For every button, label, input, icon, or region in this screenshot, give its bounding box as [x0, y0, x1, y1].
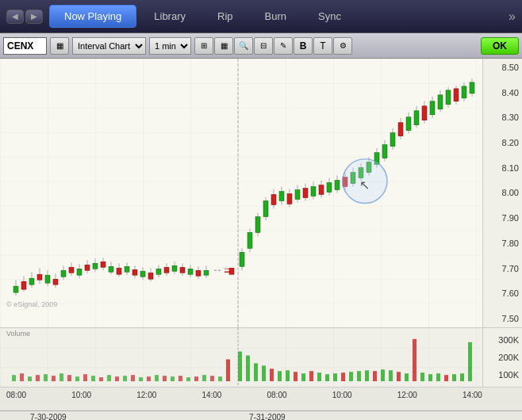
toolbar-btn-4[interactable]: ⊟	[254, 37, 273, 55]
svg-rect-50	[204, 270, 209, 275]
svg-rect-34	[140, 271, 145, 277]
svg-rect-151	[286, 370, 290, 381]
svg-rect-80	[335, 181, 340, 190]
interval-select[interactable]: 1 min	[149, 37, 191, 55]
svg-rect-122	[59, 373, 63, 381]
price-label-790: 7.90	[486, 213, 519, 223]
svg-rect-169	[428, 374, 432, 381]
svg-rect-104	[430, 101, 435, 115]
toolbar-btn-5[interactable]: ✎	[274, 37, 293, 55]
svg-rect-160	[357, 371, 361, 381]
svg-rect-133	[147, 376, 151, 381]
time-label-0800-2: 08:00	[267, 391, 287, 399]
svg-rect-158	[341, 372, 345, 381]
top-nav: ◀ ▶ Now Playing Library Rip Burn Sync »	[0, 0, 522, 33]
svg-rect-12	[53, 279, 58, 284]
tab-library[interactable]: Library	[140, 6, 200, 27]
svg-rect-72	[303, 189, 308, 198]
svg-rect-173	[460, 373, 464, 381]
svg-rect-62	[263, 200, 268, 216]
nav-arrows: ◀ ▶	[6, 10, 43, 24]
svg-rect-20	[85, 265, 90, 270]
toolbar-btn-2[interactable]: ▦	[214, 37, 233, 55]
svg-rect-68	[287, 193, 292, 204]
svg-rect-74	[311, 187, 316, 197]
svg-rect-149	[270, 368, 274, 381]
svg-rect-30	[125, 266, 129, 272]
nav-expand-button[interactable]: »	[509, 10, 516, 24]
svg-rect-140	[202, 375, 206, 381]
svg-rect-36	[148, 273, 153, 279]
svg-rect-54	[229, 268, 234, 274]
chart-type-select[interactable]: Interval Chart	[72, 37, 146, 55]
chart-icon-button[interactable]: ▦	[50, 37, 69, 55]
svg-rect-139	[194, 376, 198, 381]
svg-rect-108	[446, 90, 451, 105]
svg-rect-18	[77, 269, 82, 275]
nav-forward-button[interactable]: ▶	[25, 10, 43, 24]
svg-rect-124	[75, 376, 79, 381]
toolbar-btn-6[interactable]: B	[294, 37, 313, 55]
time-label-1200-2: 12:00	[397, 391, 417, 399]
time-label-1400-1: 14:00	[202, 391, 221, 399]
svg-rect-117	[20, 373, 24, 381]
svg-rect-142	[218, 376, 222, 381]
nav-back-button[interactable]: ◀	[6, 10, 24, 24]
volume-svg	[0, 328, 482, 387]
svg-rect-148	[262, 365, 266, 381]
svg-rect-127	[99, 377, 103, 381]
svg-rect-145	[238, 352, 242, 381]
svg-rect-131	[131, 375, 135, 381]
tab-sync[interactable]: Sync	[304, 6, 355, 27]
svg-rect-96	[398, 123, 403, 136]
svg-rect-114	[470, 82, 474, 94]
svg-rect-120	[44, 374, 48, 381]
svg-rect-60	[255, 216, 260, 232]
text-icon: T	[320, 40, 325, 52]
date-axis: 7-30-2009 7-31-2009	[0, 411, 522, 420]
toolbar-btn-3[interactable]: 🔍	[234, 37, 253, 55]
time-label-0800-1: 08:00	[6, 391, 26, 399]
search-icon: 🔍	[239, 41, 248, 50]
tab-now-playing[interactable]: Now Playing	[49, 5, 136, 28]
svg-rect-92	[382, 145, 387, 158]
svg-rect-143	[226, 359, 230, 381]
volume-label-300k: 300K	[486, 335, 519, 345]
bold-icon: B	[300, 40, 307, 52]
price-label-780: 7.80	[486, 239, 519, 248]
time-axis: 08:00 10:00 12:00 14:00 08:00 10:00 12:0…	[0, 388, 522, 411]
tab-burn[interactable]: Burn	[251, 6, 301, 27]
svg-rect-123	[67, 375, 71, 381]
svg-rect-98	[406, 117, 411, 131]
tab-rip[interactable]: Rip	[203, 6, 248, 27]
price-label-850: 8.50	[486, 63, 519, 72]
svg-rect-141	[210, 376, 214, 381]
svg-rect-16	[69, 267, 74, 273]
svg-rect-121	[52, 376, 56, 381]
ticker-input[interactable]	[3, 37, 47, 55]
svg-rect-100	[414, 111, 419, 125]
chart-icon: ▦	[56, 41, 63, 50]
svg-rect-168	[420, 372, 424, 381]
volume-area: Volume	[0, 328, 522, 388]
ok-button[interactable]: OK	[481, 37, 519, 55]
toolbar-btn-1[interactable]: ⊞	[194, 37, 213, 55]
svg-rect-154	[309, 371, 313, 381]
toolbar: ▦ Interval Chart 1 min ⊞ ▦ 🔍 ⊟ ✎ B T ⚙ O…	[0, 33, 522, 59]
price-axis: 8.50 8.40 8.30 8.20 8.10 8.00 7.90 7.80 …	[482, 59, 522, 327]
svg-rect-165	[397, 372, 401, 381]
svg-rect-170	[436, 373, 440, 381]
toolbar-btn-7[interactable]: T	[313, 37, 332, 55]
svg-rect-128	[107, 375, 111, 381]
svg-rect-129	[115, 376, 119, 381]
toolbar-btn-8[interactable]: ⚙	[333, 37, 352, 55]
svg-rect-116	[12, 375, 16, 381]
svg-rect-40	[164, 267, 169, 273]
svg-rect-167	[413, 339, 416, 381]
zoom-icon: ⊟	[260, 41, 267, 50]
svg-rect-28	[117, 268, 121, 274]
svg-rect-58	[248, 232, 252, 248]
svg-rect-153	[301, 373, 305, 381]
svg-rect-0	[0, 59, 482, 327]
svg-rect-152	[294, 372, 297, 381]
